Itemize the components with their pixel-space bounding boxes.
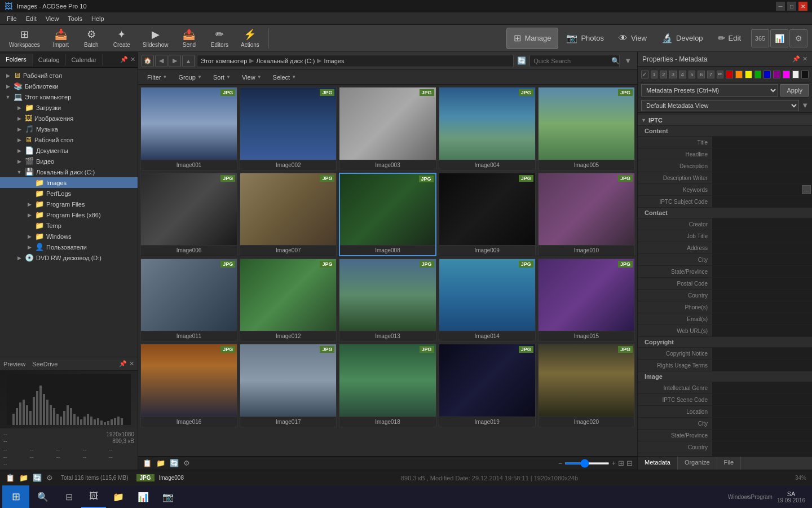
statusbar-icon-4[interactable]: ⚙ — [46, 474, 53, 482]
view-dropdown-icon[interactable]: ▼ — [801, 101, 809, 110]
address-breadcrumb[interactable]: Этот компьютер ▶ Локальный диск (C:) ▶ I… — [197, 55, 514, 67]
slideshow-btn[interactable]: ▶ Slideshow — [138, 27, 173, 50]
zoom-slider[interactable] — [564, 462, 610, 465]
breadcrumb-images[interactable]: Images — [324, 58, 344, 64]
workspaces-btn[interactable]: ⊞ Workspaces — [5, 27, 45, 50]
maximize-btn[interactable]: □ — [787, 2, 796, 11]
panel-close-icon[interactable]: ✕ — [130, 56, 135, 63]
rating-3-btn[interactable]: 3 — [669, 71, 677, 78]
tree-item-thispc[interactable]: ▼ 💻 Этот компьютер — [0, 91, 138, 102]
color-pink[interactable] — [783, 71, 790, 78]
panel-pin-icon[interactable]: 📌 — [120, 56, 128, 63]
back-btn[interactable]: ◀ — [155, 55, 167, 67]
tree-item-programfiles[interactable]: ▶ 📁 Program Files — [0, 199, 138, 209]
settings-btn[interactable]: ⚙ — [789, 29, 807, 47]
rights-usage-value[interactable] — [711, 360, 812, 371]
view-select[interactable]: Default Metadata View — [641, 100, 799, 111]
taskbar-camera[interactable]: 📷 — [156, 485, 180, 508]
right-panel-controls[interactable]: 📌 ✕ — [792, 55, 807, 63]
taskbar-acdsee[interactable]: 🖼 — [81, 485, 106, 508]
address-value[interactable] — [711, 242, 812, 253]
tree-item-perflogs[interactable]: 📁 PerfLogs — [0, 188, 138, 199]
tree-item-programfilesx86[interactable]: ▶ 📁 Program Files (x86) — [0, 209, 138, 220]
tree-item-video[interactable]: ▶ 🎬 Видео — [0, 156, 138, 167]
tree-item-temp[interactable]: 📁 Temp — [0, 220, 138, 231]
title-bar-controls[interactable]: ─ □ ✕ — [776, 2, 807, 11]
status-folder-icon[interactable]: 📁 — [156, 459, 165, 467]
menu-view[interactable]: View — [41, 14, 64, 23]
image-cell-image007[interactable]: JPGImage007 — [240, 173, 337, 256]
menu-edit[interactable]: Edit — [21, 14, 41, 23]
phone-value[interactable] — [711, 301, 812, 313]
group-btn[interactable]: Group ▼ — [174, 73, 206, 82]
tree-item-downloads[interactable]: ▶ 📁 Загрузки — [0, 102, 138, 113]
menu-help[interactable]: Help — [87, 14, 109, 23]
tree-item-dvd[interactable]: ▶ 💿 DVD RW дисковод (D:) — [0, 252, 138, 263]
search-dropdown-btn[interactable]: ▼ — [622, 55, 634, 66]
image-cell-image015[interactable]: JPGImage015 — [538, 259, 635, 342]
image-cell-image011[interactable]: JPGImage011 — [140, 259, 237, 342]
jobtitle-value[interactable] — [711, 230, 812, 242]
image-cell-image008[interactable]: JPGImage008 — [339, 173, 436, 256]
rating-1-btn[interactable]: 1 — [651, 71, 658, 78]
image-cell-image004[interactable]: JPGImage004 — [439, 87, 536, 170]
tree-item-images-user[interactable]: ▶ 🖼 Изображения — [0, 113, 138, 124]
rating-2-btn[interactable]: 2 — [660, 71, 667, 78]
status-copy-icon[interactable]: 📋 — [143, 459, 152, 467]
send-btn[interactable]: 📤 Send — [175, 27, 203, 50]
tree-item-libraries[interactable]: ▶ 📚 Библиотеки — [0, 81, 138, 91]
preview-pin-icon[interactable]: 📌 — [119, 360, 127, 367]
up-btn[interactable]: ▲ — [182, 55, 195, 67]
copyright-notice-value[interactable] — [711, 348, 812, 359]
status-refresh-icon[interactable]: 🔄 — [170, 459, 179, 467]
menu-tools[interactable]: Tools — [63, 14, 87, 23]
rating-7-btn[interactable]: 7 — [707, 71, 714, 78]
color-orange[interactable] — [735, 71, 743, 78]
refresh-btn[interactable]: 🔄 — [516, 55, 527, 66]
filter-btn[interactable]: Filter ▼ — [143, 73, 171, 82]
calendar-tab[interactable]: Calendar — [66, 54, 103, 65]
tree-item-documents[interactable]: ▶ 📄 Документы — [0, 145, 138, 156]
folder-tree[interactable]: ▶ 🖥 Рабочий стол ▶ 📚 Библиотеки ▼ 💻 Этот… — [0, 68, 138, 357]
photos-mode-btn[interactable]: 📷 Photos — [559, 28, 610, 49]
email-value[interactable] — [711, 313, 812, 325]
country-image-value[interactable] — [711, 441, 812, 453]
iptc-scene-value[interactable] — [711, 394, 812, 405]
image-cell-image005[interactable]: JPGImage005 — [538, 87, 635, 170]
image-cell-image001[interactable]: JPGImage001 — [140, 87, 237, 170]
develop-mode-btn[interactable]: 🔬 Develop — [655, 28, 710, 49]
image-cell-image018[interactable]: JPGImage018 — [339, 344, 436, 427]
view-filter-btn[interactable]: View ▼ — [237, 73, 266, 82]
create-btn[interactable]: ✦ Create — [108, 27, 136, 50]
tree-item-users[interactable]: ▶ 👤 Пользователи — [0, 242, 138, 252]
statusbar-icon-1[interactable]: 📋 — [6, 474, 15, 482]
start-button[interactable]: ⊞ — [2, 485, 29, 508]
meta-checkbox[interactable]: ✓ — [641, 71, 648, 78]
preset-select[interactable]: Metadata Presets (Ctrl+M) — [641, 84, 778, 97]
forward-btn[interactable]: ▶ — [169, 55, 181, 67]
color-blue[interactable] — [764, 71, 771, 78]
intellectual-genre-value[interactable] — [711, 382, 812, 393]
state-value[interactable] — [711, 266, 812, 277]
rating-6-btn[interactable]: 6 — [698, 71, 705, 78]
taskbar-search[interactable]: 🔍 — [29, 485, 56, 508]
color-white[interactable] — [792, 71, 800, 78]
keywords-btn[interactable]: … — [802, 185, 811, 194]
panel-pin-icon[interactable]: 📌 — [792, 55, 800, 63]
title-value[interactable] — [711, 137, 812, 148]
edit-mode-btn[interactable]: ✏ Edit — [711, 28, 748, 49]
image-grid-container[interactable]: JPGImage001JPGImage002JPGImage003JPGImag… — [138, 85, 637, 456]
apply-btn[interactable]: Apply — [780, 84, 809, 97]
location-value[interactable] — [711, 406, 812, 417]
image-cell-image003[interactable]: JPGImage003 — [339, 87, 436, 170]
preview-close-icon[interactable]: ✕ — [129, 360, 134, 367]
breadcrumb-thispc[interactable]: Этот компьютер — [201, 58, 247, 64]
keywords-value[interactable]: … — [711, 184, 812, 195]
zoom-out-btn[interactable]: − — [558, 459, 562, 467]
headline-value[interactable] — [711, 148, 812, 160]
catalog-tab[interactable]: Catalog — [33, 54, 66, 65]
stats-btn[interactable]: 📊 — [770, 29, 788, 47]
statusbar-icon-3[interactable]: 🔄 — [33, 474, 42, 482]
batch-btn[interactable]: ⚙ Batch — [77, 27, 105, 50]
folders-tab[interactable]: Folders — [0, 54, 33, 66]
